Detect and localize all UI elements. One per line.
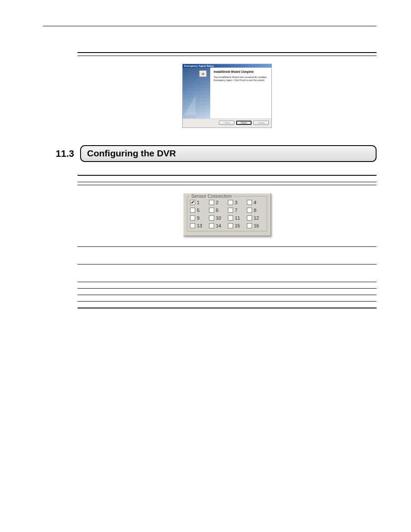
sensor-label: 8 [254, 208, 256, 213]
sensor-label: 12 [254, 215, 259, 221]
config-step-table: Sensor Connection ✔123456789101112131415… [78, 175, 377, 308]
sensor-checkbox-3[interactable]: 3 [228, 200, 245, 205]
checkbox-icon[interactable] [247, 223, 252, 228]
checkbox-icon[interactable] [190, 223, 195, 228]
wizard-body: 📦 InstallShield Wizard Complete The Inst… [183, 68, 271, 118]
upper-step-table: Emergency Agent Setup 📦 InstallShield Wi… [78, 52, 377, 132]
sensor-checkbox-10[interactable]: 10 [209, 215, 226, 221]
sensor-label: 3 [235, 200, 237, 205]
wizard-side-graphic: 📦 [183, 68, 210, 118]
sensor-label: 1 [197, 200, 199, 205]
sensor-label: 2 [216, 200, 218, 205]
section-title: Configuring the DVR [80, 145, 377, 162]
sensor-checkbox-9[interactable]: 9 [190, 215, 207, 221]
checkbox-icon[interactable] [228, 208, 233, 213]
sensor-label: 16 [254, 223, 259, 228]
sensor-checkbox-5[interactable]: 5 [190, 208, 207, 213]
sensor-checkbox-14[interactable]: 14 [209, 223, 226, 228]
sensor-legend: Sensor Connection [190, 193, 233, 199]
checkbox-icon[interactable] [228, 215, 233, 221]
config-intro-placeholder [80, 167, 377, 175]
sensor-checkbox-8[interactable]: 8 [247, 208, 264, 213]
sensor-label: 13 [197, 223, 202, 228]
sensor-checkbox-7[interactable]: 7 [228, 208, 245, 213]
wizard-content: InstallShield Wizard Complete The Instal… [210, 68, 271, 118]
checkbox-icon[interactable] [228, 200, 233, 205]
wizard-body-text: The InstallShield Wizard has successfull… [214, 76, 268, 82]
sensor-label: 7 [235, 208, 237, 213]
config-table-bottom [78, 308, 377, 308]
sensor-checkbox-13[interactable]: 13 [190, 223, 207, 228]
sensor-label: 15 [235, 223, 240, 228]
section-number: 11.3 [43, 148, 80, 159]
section-heading-row: 11.3 Configuring the DVR [43, 145, 377, 162]
back-button[interactable]: < Back [219, 121, 234, 125]
sensor-label: 4 [254, 200, 256, 205]
sensor-checkbox-1[interactable]: ✔1 [190, 200, 207, 205]
wizard-side-triangle [184, 95, 196, 115]
sensor-checkbox-11[interactable]: 11 [228, 215, 245, 221]
box-icon: 📦 [199, 70, 207, 77]
checkbox-icon[interactable] [190, 208, 195, 213]
sensor-checkbox-16[interactable]: 16 [247, 223, 264, 228]
checkbox-icon[interactable] [209, 208, 214, 213]
sensor-label: 11 [235, 215, 240, 221]
sensor-checkbox-2[interactable]: 2 [209, 200, 226, 205]
wizard-heading: InstallShield Wizard Complete [214, 70, 268, 73]
sensor-checkbox-12[interactable]: 12 [247, 215, 264, 221]
checkbox-icon[interactable] [209, 215, 214, 221]
sensor-checkbox-6[interactable]: 6 [209, 208, 226, 213]
sensor-label: 6 [216, 208, 218, 213]
sensor-grid: ✔12345678910111213141516 [190, 200, 264, 228]
sensor-label: 5 [197, 208, 199, 213]
checkbox-icon[interactable] [209, 223, 214, 228]
sensor-checkbox-15[interactable]: 15 [228, 223, 245, 228]
finish-button[interactable]: Finish [236, 121, 252, 125]
checkbox-icon[interactable] [190, 215, 195, 221]
checkbox-icon[interactable]: ✔ [190, 200, 195, 205]
sensor-fieldset: Sensor Connection ✔123456789101112131415… [187, 196, 267, 231]
checkbox-icon[interactable] [228, 223, 233, 228]
sensor-panel-wrap: Sensor Connection ✔123456789101112131415… [78, 185, 377, 246]
checkbox-icon[interactable] [247, 208, 252, 213]
sensor-label: 9 [197, 215, 199, 221]
sensor-connection-panel: Sensor Connection ✔123456789101112131415… [183, 193, 271, 236]
installshield-wizard-window: Emergency Agent Setup 📦 InstallShield Wi… [182, 64, 272, 128]
sensor-label: 10 [216, 215, 221, 221]
page: Emergency Agent Setup 📦 InstallShield Wi… [0, 0, 411, 532]
wizard-titlebar: Emergency Agent Setup [183, 64, 271, 68]
cancel-button[interactable]: Cancel [253, 121, 269, 125]
checkbox-icon[interactable] [209, 200, 214, 205]
wizard-button-row: < Back Finish Cancel [183, 118, 271, 128]
page-top-rule [43, 26, 377, 26]
sensor-checkbox-4[interactable]: 4 [247, 200, 264, 205]
checkbox-icon[interactable] [247, 215, 252, 221]
wizard-screenshot-wrap: Emergency Agent Setup 📦 InstallShield Wi… [78, 56, 377, 132]
sensor-label: 14 [216, 223, 221, 228]
checkbox-icon[interactable] [247, 200, 252, 205]
